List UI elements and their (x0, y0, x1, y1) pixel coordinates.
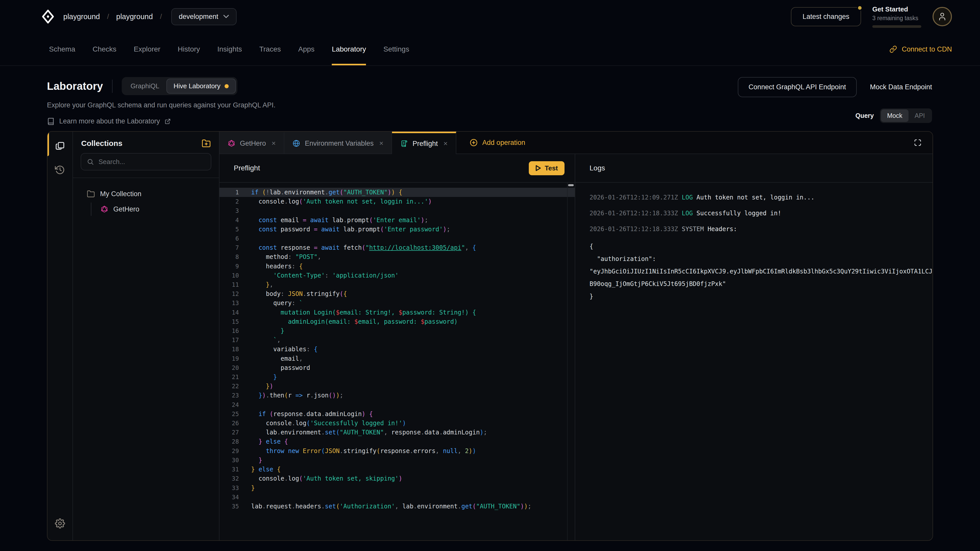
mock-data-endpoint-button[interactable]: Mock Data Endpoint (870, 83, 932, 91)
tree-item-gethero[interactable]: GetHero (100, 203, 219, 216)
close-icon[interactable]: × (379, 139, 383, 148)
code-line[interactable]: 15adminLogin(email: $email, password: $p… (220, 317, 575, 326)
search-input[interactable] (99, 158, 205, 166)
log-raw-line: "authorization": (590, 253, 932, 265)
code-line[interactable]: 5const password = await lab.prompt('Ente… (220, 225, 575, 234)
settings-gear-icon[interactable] (54, 518, 65, 529)
code-content: mutation Login($email: String!, $passwor… (245, 308, 476, 317)
log-message: Headers: (708, 225, 737, 233)
tab-label: GetHero (240, 140, 266, 148)
breadcrumb-separator: / (107, 13, 109, 21)
line-number: 27 (220, 428, 245, 437)
code-line[interactable]: 29throw new Error(JSON.stringify(respons… (220, 446, 575, 456)
collections-rail-icon[interactable] (54, 140, 65, 151)
tree-item-my-collection[interactable]: My Collection (87, 187, 219, 200)
code-line[interactable]: 18variables: { (220, 345, 575, 354)
line-number: 26 (220, 419, 245, 428)
code-line[interactable]: 27lab.environment.set("AUTH_TOKEN", resp… (220, 428, 575, 437)
nav-item-settings[interactable]: Settings (383, 33, 409, 65)
preflight-code-editor[interactable]: 1if (!lab.environment.get("AUTH_TOKEN"))… (220, 183, 575, 540)
code-line[interactable]: 16} (220, 326, 575, 335)
mode-option-graphiql[interactable]: GraphiQL (123, 79, 166, 94)
code-line[interactable]: 3 (220, 206, 575, 215)
folder-icon (87, 190, 95, 198)
connect-to-cdn-link[interactable]: Connect to CDN (889, 33, 952, 65)
history-rail-icon[interactable] (54, 164, 65, 176)
nav-item-traces[interactable]: Traces (259, 33, 281, 65)
breadcrumb-project[interactable]: playground (116, 13, 153, 21)
log-timestamp: 2026-01-26T12:12:18.333Z (590, 225, 682, 233)
toggle-option-mock[interactable]: Mock (881, 110, 908, 122)
collections-title: Collections (81, 139, 123, 148)
get-started-widget[interactable]: Get Started 3 remaining tasks (872, 5, 921, 28)
code-line[interactable]: 12body: JSON.stringify({ (220, 289, 575, 299)
code-line[interactable]: 34 (220, 492, 575, 502)
hive-logo-icon[interactable] (42, 10, 54, 24)
nav-item-apps[interactable]: Apps (298, 33, 315, 65)
mode-option-hive-laboratory[interactable]: Hive Laboratory (166, 79, 236, 94)
graphql-icon (228, 140, 235, 147)
code-line[interactable]: 23}).then(r => r.json()); (220, 391, 575, 400)
code-line[interactable]: 7const response = await fetch("http://lo… (220, 243, 575, 252)
code-line[interactable]: 22}) (220, 382, 575, 391)
toggle-option-api[interactable]: API (908, 110, 931, 122)
code-line[interactable]: 33} (220, 483, 575, 492)
get-started-subtitle: 3 remaining tasks (872, 15, 921, 22)
tab-preflight[interactable]: Preflight× (392, 132, 456, 154)
nav-item-explorer[interactable]: Explorer (134, 33, 160, 65)
code-line[interactable]: 35lab.request.headers.set('Authorization… (220, 502, 575, 511)
code-line[interactable]: 20password (220, 363, 575, 372)
line-number: 25 (220, 410, 245, 419)
code-line[interactable]: 1if (!lab.environment.get("AUTH_TOKEN"))… (220, 188, 575, 197)
code-content: email, (245, 354, 303, 363)
code-content: const response = await fetch("http://loc… (245, 243, 476, 252)
line-number: 23 (220, 391, 245, 400)
line-number: 35 (220, 502, 245, 511)
code-line[interactable]: 17`, (220, 335, 575, 345)
line-number: 4 (220, 216, 245, 225)
code-line[interactable]: 13query: ` (220, 299, 575, 308)
code-line[interactable]: 2console.log('Auth token not set, loggin… (220, 197, 575, 206)
tab-gethero[interactable]: GetHero× (220, 132, 284, 154)
code-content: const password = await lab.prompt('Enter… (245, 225, 450, 234)
fullscreen-icon[interactable] (912, 137, 923, 148)
code-content: method: "POST", (245, 252, 321, 262)
code-line[interactable]: 31} else { (220, 465, 575, 474)
code-line[interactable]: 30} (220, 456, 575, 465)
code-line[interactable]: 14mutation Login($email: String!, $passw… (220, 308, 575, 317)
code-line[interactable]: 28} else { (220, 437, 575, 446)
code-line[interactable]: 32console.log('Auth token set, skipping'… (220, 474, 575, 483)
code-line[interactable]: 24 (220, 400, 575, 410)
editor-scrollbar-thumb[interactable] (568, 184, 574, 186)
avatar[interactable] (932, 7, 952, 26)
breadcrumb-org[interactable]: playground (63, 13, 100, 21)
tab-environment-variables[interactable]: Environment Variables× (284, 132, 392, 154)
latest-changes-button[interactable]: Latest changes (791, 7, 861, 26)
code-content: } (245, 372, 277, 382)
code-content: } else { (245, 437, 288, 446)
code-line[interactable]: 11}, (220, 280, 575, 289)
close-icon[interactable]: × (272, 139, 275, 148)
add-operation-button[interactable]: Add operation (469, 132, 525, 154)
code-line[interactable]: 10'Content-Type': 'application/json' (220, 271, 575, 280)
new-collection-icon[interactable] (202, 139, 211, 148)
code-line[interactable]: 19email, (220, 354, 575, 363)
nav-item-laboratory[interactable]: Laboratory (332, 33, 366, 65)
nav-item-insights[interactable]: Insights (217, 33, 242, 65)
test-button[interactable]: Test (529, 161, 565, 175)
nav-item-history[interactable]: History (178, 33, 200, 65)
code-line[interactable]: 25if (response.data.adminLogin) { (220, 410, 575, 419)
target-selector[interactable]: development (171, 8, 237, 25)
code-line[interactable]: 21} (220, 372, 575, 382)
close-icon[interactable]: × (443, 140, 447, 148)
nav-item-schema[interactable]: Schema (49, 33, 75, 65)
code-line[interactable]: 6 (220, 234, 575, 243)
code-line[interactable]: 8method: "POST", (220, 252, 575, 262)
code-line[interactable]: 26console.log('Successfully logged in!') (220, 419, 575, 428)
code-line[interactable]: 9headers: { (220, 262, 575, 271)
connect-graphql-endpoint-button[interactable]: Connect GraphQL API Endpoint (738, 77, 857, 97)
code-content: password (245, 363, 310, 372)
nav-item-checks[interactable]: Checks (93, 33, 116, 65)
code-line[interactable]: 4const email = await lab.prompt('Enter e… (220, 216, 575, 225)
code-content: adminLogin(email: $email, password: $pas… (245, 317, 458, 326)
